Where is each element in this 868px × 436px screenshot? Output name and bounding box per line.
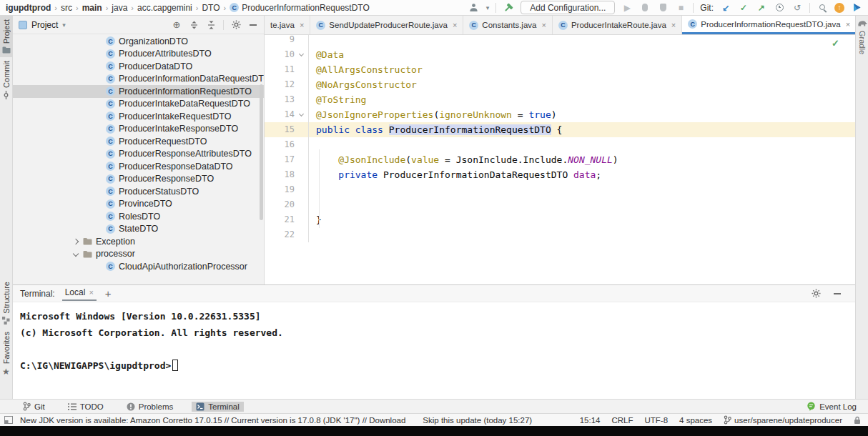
build-hammer-icon[interactable] [503, 2, 514, 14]
code-line[interactable]: 16 [265, 137, 855, 152]
user-icon[interactable] [468, 2, 480, 14]
editor-tab[interactable]: CProducerInformationRequestDTO.java× [682, 16, 855, 34]
tool-button-structure[interactable]: Structure [0, 278, 13, 328]
encoding-indicator[interactable]: UTF-8 [644, 416, 668, 425]
tool-button-commit[interactable]: Commit [0, 57, 13, 103]
tree-item[interactable]: CProducerAttributesDTO [13, 48, 264, 61]
caret-position[interactable]: 15:14 [580, 416, 601, 425]
fold-marker-icon[interactable] [298, 112, 303, 117]
tree-item[interactable]: CStateDTO [13, 223, 264, 236]
tree-item[interactable]: CProducerInformationDataRequestDTO [13, 73, 264, 86]
stop-icon[interactable]: ■ [675, 2, 686, 14]
breadcrumb-item[interactable]: main [82, 3, 102, 13]
code-line[interactable]: 20 [265, 197, 855, 212]
breadcrumb-item[interactable]: igupdtprod [6, 3, 51, 13]
code-line[interactable]: 21} [265, 212, 855, 227]
code-line[interactable]: 11@AllArgsConstructor [265, 62, 855, 77]
close-icon[interactable]: × [453, 21, 457, 29]
tree-item[interactable]: CProducerIntakeResponseDTO [13, 123, 264, 136]
code-editor[interactable]: 910@Data11@AllArgsConstructor12@NoArgsCo… [265, 35, 855, 284]
gradle-elephant-icon[interactable] [857, 19, 867, 27]
breadcrumb-item[interactable]: src [61, 3, 72, 13]
scrollbar-thumb[interactable] [260, 84, 263, 220]
tool-window-button-problems[interactable]: Problems [122, 402, 178, 412]
editor-tab[interactable]: CSendUpdateProducerRoute.java× [310, 16, 463, 34]
rollback-icon[interactable]: ↺ [791, 2, 803, 14]
close-icon[interactable]: × [541, 21, 546, 29]
tool-window-button-git[interactable]: Git [19, 401, 49, 412]
code-line[interactable]: 22 [265, 227, 855, 242]
close-icon[interactable]: × [300, 21, 304, 29]
close-icon[interactable]: × [846, 20, 850, 29]
lock-icon[interactable] [854, 416, 861, 425]
gear-icon[interactable] [811, 289, 821, 299]
chevron-down-icon[interactable] [73, 251, 79, 257]
code-line[interactable]: 14@JsonIgnoreProperties(ignoreUnknown = … [265, 107, 855, 122]
code-line[interactable]: 18 private ProducerInformationDataReques… [265, 167, 855, 182]
hide-panel-icon[interactable] [248, 20, 258, 30]
tree-item[interactable]: CProducerRequestDTO [13, 135, 264, 148]
tree-item[interactable]: CProducerIntakeDataRequestDTO [13, 98, 264, 111]
tree-item[interactable]: CProducerResponseAttributesDTO [13, 148, 264, 161]
terminal-tab-local[interactable]: Local × [62, 286, 97, 301]
git-update-icon[interactable]: ↙ [720, 2, 731, 14]
hide-panel-icon[interactable] [832, 289, 842, 299]
toolwindow-toggle-icon[interactable] [4, 416, 13, 424]
collapse-all-icon[interactable] [206, 20, 216, 30]
tree-item[interactable]: CRolesDTO [13, 210, 264, 223]
history-icon[interactable] [774, 2, 785, 14]
tree-item[interactable]: COrganizationDTO [13, 35, 264, 48]
tool-window-button-terminal[interactable]: Terminal [192, 402, 243, 412]
chevron-down-icon[interactable]: ▾ [486, 4, 490, 11]
tree-item[interactable]: CProducerDataDTO [13, 60, 264, 73]
code-line[interactable]: 13@ToString [265, 92, 855, 107]
tool-button-gradle[interactable]: Gradle [858, 31, 867, 54]
terminal-prompt[interactable]: C:\IG\NEWIGAPPS\igupdtprod> [20, 357, 855, 374]
tool-window-button-todo[interactable]: TODO [64, 402, 108, 412]
git-commit-icon[interactable]: ✓ [738, 2, 749, 14]
skip-update-link[interactable]: Skip this update (today 15:27) [423, 416, 532, 425]
tree-item[interactable]: processor [13, 248, 264, 261]
code-line[interactable]: 17 @JsonInclude(value = JsonInclude.Incl… [265, 152, 855, 167]
code-line[interactable]: 12@NoArgsConstructor [265, 77, 855, 92]
code-line[interactable]: 9 [265, 35, 855, 47]
tree-item[interactable]: CProducerResponseDTO [13, 173, 264, 186]
expand-all-icon[interactable] [189, 20, 199, 30]
chevron-down-icon[interactable]: ▾ [62, 21, 66, 29]
indent-indicator[interactable]: 4 spaces [679, 416, 712, 425]
code-line[interactable]: 19 [265, 182, 855, 197]
event-log-button[interactable]: Event Log [807, 402, 857, 411]
terminal-output[interactable]: Microsoft Windows [Version 10.0.22631.53… [13, 302, 855, 374]
git-branch-widget[interactable]: user/sparene/updateproducer [724, 415, 842, 425]
close-icon[interactable]: × [671, 21, 676, 29]
code-line[interactable]: 10@Data [265, 47, 855, 62]
fold-marker-icon[interactable] [298, 51, 303, 56]
project-panel-title[interactable]: Project [31, 20, 58, 30]
tree-item[interactable]: Exception [13, 235, 264, 248]
chevron-right-icon[interactable] [73, 239, 79, 244]
code-line[interactable]: 15public class ProducerInformationReques… [265, 122, 855, 137]
editor-tab[interactable]: te.java× [265, 16, 310, 34]
close-icon[interactable]: × [89, 288, 93, 297]
tree-item[interactable]: CProducerStatusDTO [13, 185, 264, 198]
update-available-icon[interactable]: ↑ [834, 3, 844, 13]
add-configuration-button[interactable]: Add Configuration... [521, 1, 615, 14]
tool-button-favorites[interactable]: Favorites ★ [0, 328, 13, 380]
tree-item[interactable]: CProducerResponseDataDTO [13, 160, 264, 173]
locate-file-icon[interactable]: ⊕ [172, 20, 182, 30]
tool-button-project[interactable]: Project [0, 16, 13, 57]
coverage-icon[interactable] [657, 2, 669, 14]
tree-item[interactable]: CProvinceDTO [13, 198, 264, 211]
new-terminal-icon[interactable]: + [105, 287, 112, 299]
editor-tab[interactable]: CProducerIntakeRoute.java× [553, 16, 682, 34]
run-icon[interactable]: ▶ [621, 2, 633, 14]
line-separator-indicator[interactable]: CRLF [611, 416, 633, 425]
debug-icon[interactable] [639, 2, 651, 14]
inspections-ok-icon[interactable]: ✓ [832, 38, 839, 49]
tree-item[interactable]: CProducerInformationRequestDTO [13, 85, 264, 98]
gear-icon[interactable] [231, 20, 241, 30]
plugin-icon[interactable] [851, 2, 862, 14]
editor-tab[interactable]: CConstants.java× [463, 16, 553, 34]
breadcrumb-item[interactable]: CProducerInformationRequestDTO [230, 3, 370, 13]
tree-item[interactable]: CCloudApiAuthorizationProcessor [13, 260, 264, 273]
